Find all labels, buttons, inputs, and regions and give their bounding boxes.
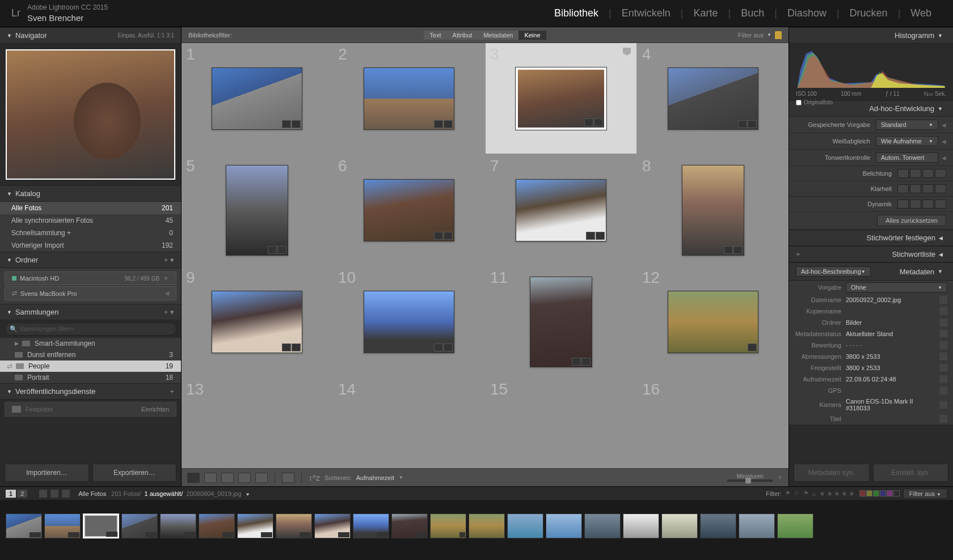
filmstrip-thumb[interactable] — [391, 514, 428, 538]
flag-filter-icon[interactable]: ⚐ — [794, 490, 800, 497]
filmstrip-thumb[interactable] — [314, 514, 351, 538]
add-folder-icon[interactable]: + ▾ — [164, 256, 174, 264]
keywordlist-header[interactable]: +Stichwortliste◀ — [789, 246, 953, 262]
publish-service-row[interactable]: Festplatte Einrichten — [5, 402, 176, 417]
thumbnail[interactable] — [364, 179, 454, 241]
grid-cell[interactable]: 14 — [334, 378, 484, 468]
flag-filter-icon[interactable]: ⚑ — [803, 490, 809, 497]
thumbnail[interactable] — [668, 291, 758, 353]
expand-icon[interactable]: ◀ — [942, 138, 946, 145]
folder-row-volume[interactable]: Macintosh HD98,2 / 499 GB▼ — [5, 271, 176, 285]
forward-icon[interactable] — [62, 490, 70, 498]
publish-header[interactable]: ▼ Veröffentlichungsdienste + — [0, 383, 181, 400]
navigator-zoom-options[interactable]: Einpas. Ausfül. 1:1 3:1 — [117, 32, 174, 39]
sync-metadata-button[interactable]: Metadaten syn. — [794, 464, 870, 482]
grid-cell[interactable]: 11 — [486, 266, 636, 377]
back-icon[interactable] — [50, 490, 58, 498]
original-photo-checkbox[interactable]: Originalfoto — [796, 99, 946, 105]
metadata-action-icon[interactable] — [939, 375, 947, 383]
folder-row-volume[interactable]: ⇄Svens MacBook Pro◀ — [5, 286, 176, 300]
grid-cell[interactable]: 8 — [638, 155, 788, 265]
painter-icon[interactable] — [282, 473, 294, 483]
exposure-steppers[interactable] — [897, 169, 946, 178]
filmstrip-thumb[interactable] — [546, 514, 582, 538]
add-collection-icon[interactable]: + ▾ — [164, 308, 174, 316]
sync-settings-button[interactable]: Einstell. syn. — [873, 464, 949, 482]
thumbnail[interactable] — [364, 67, 454, 130]
grid-cell[interactable]: 4 — [638, 43, 788, 154]
metadata-header[interactable]: Ad-hoc-Beschreibung▼ Metadaten▼ — [789, 262, 953, 281]
filmstrip-thumb[interactable] — [661, 514, 698, 538]
filter-off-dropdown[interactable]: Filter aus — [738, 32, 764, 39]
module-web[interactable]: Web — [900, 7, 942, 19]
flag-icon[interactable] — [623, 48, 631, 56]
metadata-action-icon[interactable] — [939, 341, 947, 349]
module-map[interactable]: Karte — [683, 7, 728, 19]
collection-row[interactable]: ▶Smart-Sammlungen — [0, 338, 181, 349]
compare-view-icon[interactable] — [221, 473, 234, 483]
import-button[interactable]: Importieren… — [5, 464, 89, 482]
filter-metadata[interactable]: Metadaten — [478, 31, 518, 40]
filmstrip-thumb[interactable] — [739, 514, 775, 538]
expand-icon[interactable]: ◀ — [942, 122, 946, 128]
thumbnail[interactable] — [226, 165, 288, 256]
monitor-1-button[interactable]: 1 — [6, 490, 16, 498]
grid-cell-selected[interactable]: 3 — [486, 43, 636, 154]
flag-filter-icon[interactable]: ⚑ — [785, 490, 791, 497]
catalog-row-all[interactable]: Alle Fotos201 — [0, 202, 181, 214]
filmstrip-thumb[interactable] — [44, 514, 81, 538]
metadata-set-dropdown[interactable]: Ad-hoc-Beschreibung▼ — [796, 266, 871, 277]
thumbnail[interactable] — [212, 67, 302, 130]
filmstrip-thumb[interactable] — [353, 514, 389, 538]
histogram-chart[interactable] — [796, 48, 946, 88]
breadcrumb[interactable]: Alle Fotos 201 Fotos/ 1 ausgewählt/ 2008… — [78, 490, 250, 497]
clarity-steppers[interactable] — [897, 184, 946, 193]
filmstrip-thumb[interactable] — [6, 514, 42, 538]
people-view-icon[interactable] — [255, 473, 268, 483]
grid-view-icon[interactable] — [187, 473, 200, 483]
reset-all-button[interactable]: Alles zurücksetzen — [877, 215, 946, 226]
catalog-header[interactable]: ▼ Katalog — [0, 185, 181, 202]
collection-row[interactable]: Portrait18 — [0, 372, 181, 383]
grid-icon[interactable] — [39, 490, 47, 498]
filmstrip-thumb[interactable] — [430, 514, 466, 538]
monitor-2-button[interactable]: 2 — [17, 490, 27, 498]
filmstrip-thumb[interactable] — [469, 514, 505, 538]
thumbnail-grid[interactable]: 1 2 3 4 5 6 7 8 9 10 11 12 13 14 15 16 — [182, 43, 788, 468]
grid-cell[interactable]: 5 — [182, 155, 332, 265]
star-filter[interactable]: ★★★★★ — [819, 490, 856, 498]
metadata-action-icon[interactable] — [939, 330, 947, 338]
filter-none[interactable]: Keine — [518, 31, 546, 40]
filmstrip[interactable] — [0, 500, 953, 552]
thumbnail[interactable] — [668, 67, 758, 130]
module-develop[interactable]: Entwickeln — [612, 7, 681, 19]
collection-row[interactable]: Dunst entfernen3 — [0, 349, 181, 360]
module-slideshow[interactable]: Diashow — [777, 7, 837, 19]
grid-cell[interactable]: 13 — [182, 378, 332, 468]
thumbnail[interactable] — [212, 291, 302, 353]
grid-cell[interactable]: 7 — [486, 155, 636, 265]
metadata-action-icon[interactable] — [939, 415, 947, 423]
catalog-row-prev-import[interactable]: Vorheriger Import192 — [0, 239, 181, 252]
navigator-preview[interactable] — [6, 49, 175, 180]
filmstrip-thumb[interactable] — [507, 514, 543, 538]
collection-row-selected[interactable]: ⇄People19 — [0, 360, 181, 372]
filmstrip-thumb[interactable] — [584, 514, 621, 538]
grid-cell[interactable]: 15 — [486, 378, 636, 468]
metadata-action-icon[interactable] — [939, 319, 947, 326]
grid-cell[interactable]: 6 — [334, 155, 484, 265]
filmstrip-thumb[interactable] — [121, 514, 158, 538]
filmstrip-thumb[interactable] — [237, 514, 273, 538]
catalog-row-synced[interactable]: Alle synchronisierten Fotos45 — [0, 214, 181, 227]
module-library[interactable]: Bibliothek — [544, 7, 609, 19]
sort-dropdown[interactable]: Aufnahmezeit — [356, 474, 394, 481]
metadata-action-icon[interactable] — [939, 401, 947, 409]
filter-attribute[interactable]: Attribut — [447, 31, 478, 40]
filmstrip-thumb[interactable] — [160, 514, 196, 538]
grid-cell[interactable]: 12 — [638, 266, 788, 377]
metadata-action-icon[interactable] — [939, 307, 947, 315]
grid-cell[interactable]: 1 — [182, 43, 332, 154]
export-button[interactable]: Exportieren… — [92, 464, 177, 482]
thumbnail-size-slider[interactable] — [727, 480, 773, 482]
expand-icon[interactable]: ◀ — [942, 155, 946, 161]
